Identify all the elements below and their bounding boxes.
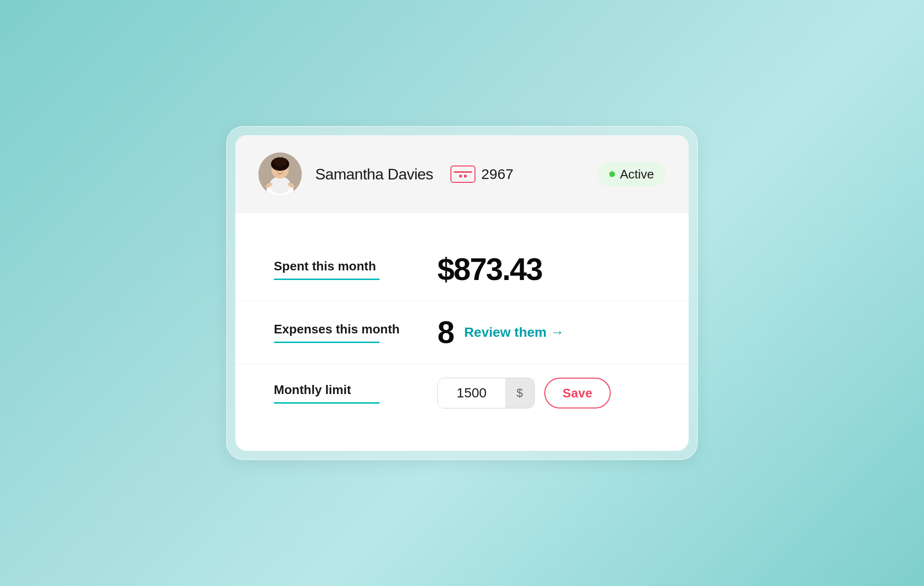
svg-point-2 [270, 177, 291, 194]
profile-header: Samantha Davies 2967 Active [235, 135, 689, 213]
review-link[interactable]: Review them → [464, 325, 564, 340]
spent-value-block: $873.43 [437, 252, 650, 287]
avatar [258, 153, 302, 196]
monthly-limit-label-block: Monthly limit [274, 382, 437, 404]
outer-card: Samantha Davies 2967 Active [226, 126, 698, 460]
expenses-label-block: Expenses this month [274, 322, 437, 343]
expenses-label: Expenses this month [274, 322, 437, 337]
monthly-limit-row: Monthly limit $ Save [274, 364, 650, 422]
spent-label: Spent this month [274, 259, 437, 274]
expenses-underline [274, 342, 380, 343]
input-wrapper: $ [437, 378, 535, 408]
active-badge: Active [598, 162, 666, 187]
content-area: Spent this month $873.43 Expenses this m… [235, 213, 689, 451]
monthly-limit-input[interactable] [438, 378, 505, 408]
spent-label-block: Spent this month [274, 259, 437, 280]
save-button[interactable]: Save [544, 378, 611, 408]
monthly-limit-input-group: $ Save [437, 378, 611, 408]
spent-row: Spent this month $873.43 [274, 238, 650, 301]
expenses-count: 8 [437, 315, 455, 350]
svg-point-7 [282, 169, 284, 171]
review-label: Review them [464, 325, 547, 340]
monthly-limit-value-block: $ Save [437, 378, 650, 408]
card-number: 2967 [481, 166, 513, 182]
expenses-row: Expenses this month 8 Review them → [274, 301, 650, 364]
inner-card: Samantha Davies 2967 Active [235, 135, 689, 451]
card-info: 2967 [450, 166, 513, 183]
currency-badge: $ [505, 378, 534, 408]
monthly-limit-label: Monthly limit [274, 382, 437, 397]
svg-point-5 [273, 157, 287, 167]
credit-card-icon [450, 166, 475, 183]
active-dot [609, 171, 615, 177]
expenses-value-block: 8 Review them → [437, 315, 650, 350]
spent-underline [274, 279, 380, 280]
person-name: Samantha Davies [315, 166, 433, 183]
svg-point-6 [276, 169, 278, 171]
review-arrow-icon: → [551, 325, 564, 340]
spent-amount: $873.43 [437, 252, 542, 287]
active-label: Active [620, 167, 654, 182]
monthly-limit-underline [274, 402, 380, 404]
